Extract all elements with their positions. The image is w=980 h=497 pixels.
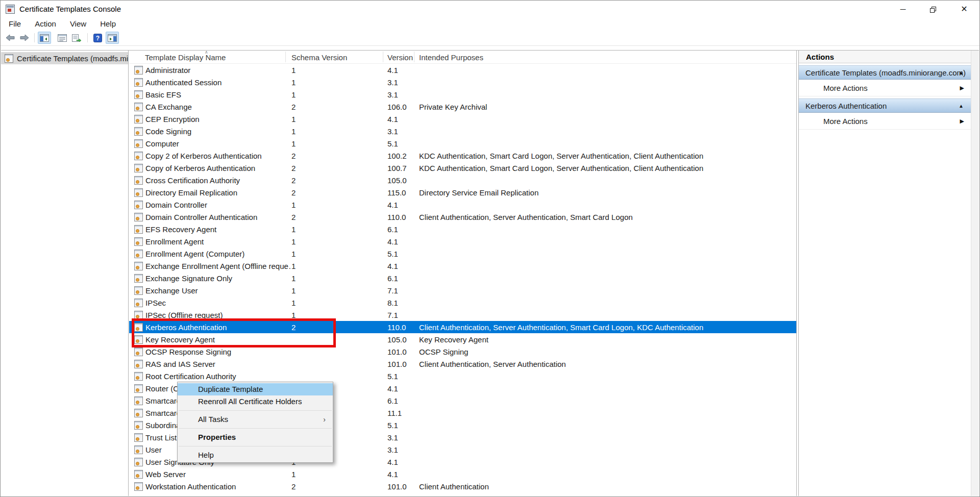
menu-item-label: Help bbox=[198, 451, 214, 459]
actions-section: Certificate Templates (moadfs.miniorange… bbox=[799, 65, 971, 96]
column-header-version[interactable]: Version bbox=[387, 53, 413, 62]
more-actions-item[interactable]: More Actions▶ bbox=[799, 113, 971, 130]
restore-button[interactable] bbox=[918, 1, 949, 17]
title-bar: Certificate Templates Console ─ ✕ bbox=[1, 1, 979, 18]
table-row[interactable]: OCSP Response Signing101.0OCSP Signing bbox=[129, 345, 796, 358]
table-row[interactable]: Domain Controller14.1 bbox=[129, 198, 796, 211]
table-row[interactable]: Exchange Enrollment Agent (Offline reque… bbox=[129, 260, 796, 272]
table-row[interactable]: Basic EFS13.1 bbox=[129, 88, 796, 101]
cell-name: Exchange Signature Only bbox=[145, 274, 291, 283]
table-row[interactable]: Cross Certification Authority2105.0 bbox=[129, 174, 796, 186]
cell-version: 3.1 bbox=[387, 433, 419, 442]
menu-file[interactable]: File bbox=[9, 19, 21, 28]
table-row[interactable]: CA Exchange2106.0Private Key Archival bbox=[129, 101, 796, 113]
cell-schema: 2 bbox=[291, 152, 387, 160]
expand-icon[interactable]: ▶ bbox=[960, 80, 964, 96]
column-header-intended-purposes[interactable]: Intended Purposes bbox=[419, 53, 483, 62]
menu-view[interactable]: View bbox=[70, 19, 86, 28]
table-row[interactable]: Exchange Signature Only16.1 bbox=[129, 272, 796, 284]
context-menu-item-properties[interactable]: Properties bbox=[178, 431, 333, 443]
menu-separator bbox=[179, 428, 332, 429]
actions-section-header[interactable]: Certificate Templates (moadfs.miniorange… bbox=[799, 65, 971, 80]
close-button[interactable]: ✕ bbox=[949, 1, 979, 17]
export-list-icon[interactable] bbox=[70, 32, 83, 44]
certificate-template-icon bbox=[134, 176, 143, 185]
context-menu-item-all-tasks[interactable]: All Tasks› bbox=[178, 413, 333, 426]
table-row[interactable]: Computer15.1 bbox=[129, 137, 796, 150]
forward-icon[interactable] bbox=[18, 32, 31, 44]
cell-schema: 1 bbox=[291, 250, 387, 258]
cell-version: 4.1 bbox=[387, 458, 419, 466]
context-menu-item-reenroll-all-certificate-holders[interactable]: Reenroll All Certificate Holders bbox=[178, 395, 333, 408]
context-menu-item-duplicate-template[interactable]: Duplicate Template bbox=[178, 383, 333, 395]
cell-name: Basic EFS bbox=[145, 90, 291, 99]
table-row[interactable]: EFS Recovery Agent16.1 bbox=[129, 223, 796, 235]
context-menu-item-help[interactable]: Help bbox=[178, 449, 333, 461]
table-row[interactable]: Copy 2 of Kerberos Authentication2100.2K… bbox=[129, 150, 796, 162]
certificate-template-icon bbox=[134, 384, 143, 393]
more-actions-item[interactable]: More Actions▶ bbox=[799, 80, 971, 96]
cell-version: 6.1 bbox=[387, 396, 419, 405]
svg-text:?: ? bbox=[95, 35, 99, 42]
show-console-tree-icon[interactable] bbox=[38, 32, 51, 44]
actions-panel-title: Actions bbox=[799, 51, 971, 63]
table-row[interactable]: IPSec (Offline request)17.1 bbox=[129, 309, 796, 321]
actions-panel: Actions Certificate Templates (moadfs.mi… bbox=[798, 51, 979, 496]
table-row[interactable]: Domain Controller Authentication2110.0Cl… bbox=[129, 211, 796, 223]
table-row[interactable]: Copy of Kerberos Authentication2100.7KDC… bbox=[129, 162, 796, 174]
cell-version: 6.1 bbox=[387, 274, 419, 283]
minimize-button[interactable]: ─ bbox=[888, 1, 918, 17]
table-row[interactable]: Administrator14.1 bbox=[129, 64, 796, 76]
actions-scrollbar[interactable] bbox=[971, 51, 979, 496]
certificate-template-icon bbox=[134, 372, 143, 381]
table-row[interactable]: Root Certification Authority5.1 bbox=[129, 370, 796, 382]
table-row[interactable]: IPSec18.1 bbox=[129, 296, 796, 309]
table-row[interactable]: Exchange User17.1 bbox=[129, 284, 796, 296]
certificate-templates-icon bbox=[5, 54, 13, 63]
show-action-pane-icon[interactable] bbox=[106, 32, 119, 44]
cell-version: 101.0 bbox=[387, 360, 419, 368]
table-row[interactable]: Directory Email Replication2115.0Directo… bbox=[129, 186, 796, 198]
cell-schema: 1 bbox=[291, 274, 387, 283]
properties-icon[interactable] bbox=[56, 32, 69, 44]
cell-schema: 1 bbox=[291, 299, 387, 307]
table-row[interactable]: Enrollment Agent14.1 bbox=[129, 235, 796, 247]
cell-name: CEP Encryption bbox=[145, 115, 291, 123]
table-row[interactable]: Code Signing13.1 bbox=[129, 125, 796, 137]
cell-schema: 1 bbox=[291, 115, 387, 123]
certificate-template-icon bbox=[134, 127, 143, 136]
certificate-template-icon bbox=[134, 470, 143, 479]
menu-action[interactable]: Action bbox=[35, 19, 56, 28]
collapse-icon[interactable]: ▲ bbox=[959, 99, 964, 113]
cell-version: 6.1 bbox=[387, 225, 419, 234]
table-row[interactable]: Web Server14.1 bbox=[129, 468, 796, 480]
table-row[interactable]: Kerberos Authentication2110.0Client Auth… bbox=[129, 321, 796, 333]
table-row[interactable]: Workstation Authentication2101.0Client A… bbox=[129, 480, 796, 492]
cell-name: OCSP Response Signing bbox=[145, 347, 291, 356]
column-header-schema-version[interactable]: Schema Version bbox=[291, 53, 347, 62]
certificate-template-icon bbox=[134, 299, 143, 307]
actions-section-header[interactable]: Kerberos Authentication▲ bbox=[799, 98, 971, 113]
cell-name: Enrollment Agent bbox=[145, 237, 291, 246]
table-row[interactable]: Key Recovery Agent105.0Key Recovery Agen… bbox=[129, 333, 796, 345]
table-row[interactable]: RAS and IAS Server101.0Client Authentica… bbox=[129, 358, 796, 370]
help-icon[interactable]: ? bbox=[91, 32, 104, 44]
cell-purposes: KDC Authentication, Smart Card Logon, Se… bbox=[419, 164, 796, 172]
cell-schema: 1 bbox=[291, 139, 387, 148]
cell-purposes: Private Key Archival bbox=[419, 103, 796, 111]
cell-name: Authenticated Session bbox=[145, 78, 291, 87]
certificate-template-icon bbox=[134, 347, 143, 356]
certificate-template-icon bbox=[134, 311, 143, 319]
cell-version: 100.2 bbox=[387, 152, 419, 160]
table-row[interactable]: Enrollment Agent (Computer)15.1 bbox=[129, 247, 796, 260]
expand-icon[interactable]: ▶ bbox=[960, 113, 964, 130]
cell-version: 3.1 bbox=[387, 78, 419, 87]
back-icon[interactable] bbox=[4, 32, 17, 44]
menu-help[interactable]: Help bbox=[100, 19, 116, 28]
table-row[interactable]: CEP Encryption14.1 bbox=[129, 113, 796, 125]
collapse-icon[interactable]: ▲ bbox=[959, 66, 964, 80]
column-header-template-display-name[interactable]: Template Display Name bbox=[145, 53, 226, 62]
tree-item-certificate-templates[interactable]: Certificate Templates (moadfs.mi bbox=[1, 52, 128, 64]
cell-schema: 1 bbox=[291, 311, 387, 319]
table-row[interactable]: Authenticated Session13.1 bbox=[129, 76, 796, 88]
